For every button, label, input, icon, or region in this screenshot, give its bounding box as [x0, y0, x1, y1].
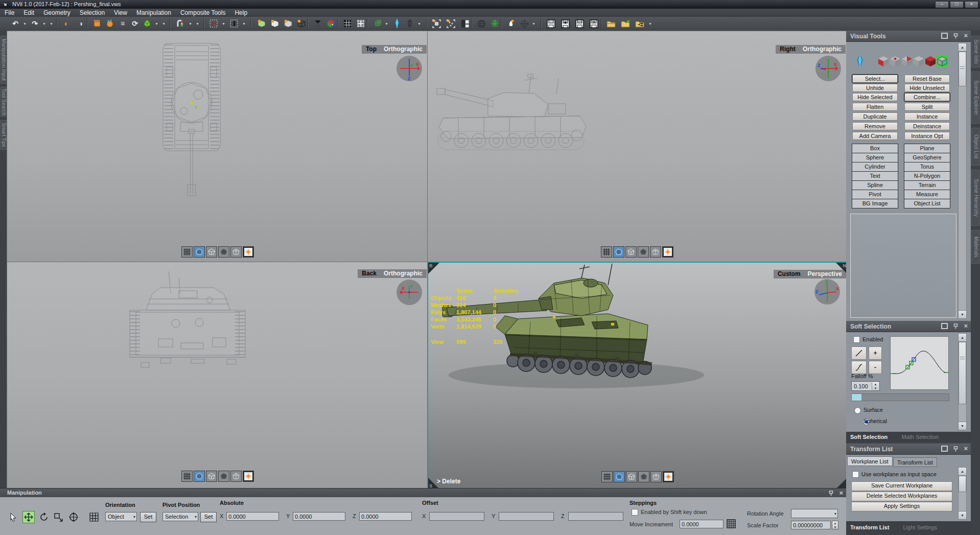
- linear-falloff-icon[interactable]: [851, 346, 867, 360]
- plane-button[interactable]: Plane: [904, 144, 950, 153]
- region-dropdown-icon[interactable]: ▾: [241, 18, 247, 29]
- tab-object-list[interactable]: Object List: [971, 128, 979, 166]
- scale-factor-spinner-icon[interactable]: ▲▼: [832, 521, 838, 529]
- wireframe-view-icon[interactable]: [625, 246, 637, 258]
- instance-button[interactable]: Instance: [904, 112, 950, 121]
- cube-mode-object-selected-icon[interactable]: [937, 56, 948, 67]
- bg-image-button[interactable]: BG Image: [852, 199, 898, 208]
- grid-toggle-icon[interactable]: [601, 246, 612, 258]
- hide-unselect-button[interactable]: Hide Unselect: [904, 84, 950, 92]
- redo-icon[interactable]: ↷: [29, 18, 41, 29]
- open-folder-icon[interactable]: [605, 18, 617, 29]
- material-cube-icon[interactable]: [325, 18, 337, 29]
- text-button[interactable]: Text: [852, 171, 898, 181]
- menu-view[interactable]: View: [109, 9, 132, 17]
- frame-points-icon[interactable]: [445, 18, 457, 29]
- layout-panes-icon[interactable]: [459, 18, 471, 29]
- scroll-thumb[interactable]: [959, 52, 966, 86]
- falloff-progress-bar[interactable]: [851, 393, 949, 401]
- surface-radio[interactable]: [854, 407, 861, 414]
- flat-shade-view-icon[interactable]: [638, 471, 649, 482]
- panel-restore-icon[interactable]: [941, 446, 948, 452]
- tab-math-selection[interactable]: Math Selection: [901, 434, 939, 440]
- combine-button[interactable]: Combine...: [904, 93, 950, 101]
- pivot-position-select[interactable]: Selection: [162, 512, 198, 521]
- viewport-back[interactable]: BackOrthographic XY: [7, 262, 428, 489]
- history-dropdown-icon[interactable]: ▾: [48, 18, 55, 29]
- menu-help[interactable]: Help: [230, 9, 252, 17]
- tab-scene-explorer[interactable]: Scene Explorer: [971, 72, 979, 124]
- unhide-button[interactable]: Unhide: [852, 84, 898, 92]
- save-as-icon[interactable]: [573, 18, 586, 29]
- tab-scene-info[interactable]: Scene Info: [971, 36, 979, 67]
- crystal-icon[interactable]: [391, 18, 403, 29]
- split-button[interactable]: Split: [904, 103, 950, 111]
- close-icon[interactable]: ×: [965, 1, 978, 8]
- terrain-button[interactable]: Terrain: [904, 180, 950, 190]
- wire-cube-green-icon[interactable]: [371, 18, 383, 29]
- move-increment-input[interactable]: 0.0000: [680, 520, 724, 528]
- grid-toggle-icon[interactable]: [181, 246, 193, 258]
- orientation-select[interactable]: Object: [105, 512, 137, 521]
- delete-selected-workplanes-button[interactable]: Delete Selected Workplanes: [851, 492, 952, 501]
- panel-restore-icon[interactable]: [941, 323, 948, 329]
- scale-factor-input[interactable]: 0.00000000: [791, 521, 831, 529]
- display-dropdown-icon[interactable]: ▾: [160, 18, 167, 29]
- viewport-top[interactable]: TopOrthographic XYZ: [7, 31, 428, 263]
- scroll-up-icon[interactable]: ▲: [959, 43, 966, 52]
- save-current-workplane-button[interactable]: Save Current Workplane: [851, 481, 952, 491]
- menu-geometry[interactable]: Geometry: [39, 9, 75, 17]
- cube-mode-red-edge-icon[interactable]: [901, 56, 913, 67]
- rotation-angle-select[interactable]: [791, 509, 838, 518]
- tab-soft-selection[interactable]: Soft Selection: [850, 434, 888, 440]
- sphere-button[interactable]: Sphere: [852, 153, 898, 162]
- wireframe-view-icon[interactable]: [206, 246, 217, 258]
- visual-tools-scrollbar[interactable]: ▲ ▼: [958, 43, 967, 319]
- pivot-button[interactable]: Pivot: [852, 190, 898, 199]
- flatten-button[interactable]: Flatten: [852, 103, 898, 111]
- object-list-button[interactable]: Object List: [904, 199, 950, 208]
- move-tool-icon[interactable]: [22, 511, 35, 523]
- absolute-z-input[interactable]: 0.0000: [359, 512, 412, 521]
- hide-selected-button[interactable]: Hide Selected: [852, 93, 898, 101]
- falloff-value-input[interactable]: 0.100▲▼: [851, 381, 880, 391]
- cylinder-button[interactable]: Cylinder: [852, 162, 898, 172]
- scroll-thumb[interactable]: [959, 476, 966, 492]
- scroll-up-icon[interactable]: ▲: [959, 334, 966, 342]
- shift-stepping-checkbox[interactable]: [632, 509, 638, 516]
- decrease-falloff-button[interactable]: -: [869, 361, 882, 374]
- shaded-view-icon[interactable]: [194, 471, 205, 482]
- n-polygon-button[interactable]: N-Polygon: [904, 171, 950, 181]
- scroll-thumb[interactable]: [959, 342, 966, 404]
- project-folder-icon[interactable]: [634, 18, 646, 29]
- remove-button[interactable]: Remove: [852, 122, 898, 130]
- menu-file[interactable]: File: [0, 9, 19, 17]
- apply-settings-button[interactable]: Apply Settings: [851, 502, 952, 511]
- refresh-icon[interactable]: ⟳: [129, 18, 141, 29]
- panel-close-icon[interactable]: ×: [964, 323, 968, 329]
- use-workplane-checkbox[interactable]: [852, 471, 859, 478]
- cube-mode-plain-icon[interactable]: [913, 56, 924, 67]
- grab-tool-icon[interactable]: [91, 18, 103, 29]
- frame-select-icon[interactable]: [430, 18, 442, 29]
- subdiv-cube-flat-icon[interactable]: [282, 18, 294, 29]
- menu-selection[interactable]: Selection: [75, 9, 109, 17]
- folder-dropdown-icon[interactable]: ▾: [647, 18, 654, 29]
- menu-manipulation[interactable]: Manipulation: [132, 9, 176, 17]
- pivot-set-button[interactable]: Set: [200, 512, 217, 522]
- snap-options-dropdown-icon[interactable]: ▾: [194, 18, 201, 29]
- absolute-x-input[interactable]: 0.0000: [226, 512, 279, 521]
- cube-dropdown-icon[interactable]: ▾: [383, 18, 390, 29]
- smooth-falloff-icon[interactable]: [851, 361, 867, 374]
- axis-gizmo[interactable]: XZ: [815, 56, 841, 81]
- tab-workplane-list[interactable]: Workplane List: [847, 456, 893, 466]
- pivot-display-icon[interactable]: [243, 471, 254, 482]
- flat-shade-view-icon[interactable]: [218, 471, 229, 482]
- flat-shade-view-icon[interactable]: [218, 246, 229, 258]
- pivot-display-icon[interactable]: [243, 246, 254, 258]
- crystal-tool-icon[interactable]: [856, 55, 864, 69]
- panel-close-icon[interactable]: ×: [964, 446, 968, 452]
- sculpt-tool-icon[interactable]: [104, 18, 116, 29]
- panel-close-icon[interactable]: ×: [839, 490, 843, 496]
- deinstance-button[interactable]: Deinstance: [904, 122, 950, 130]
